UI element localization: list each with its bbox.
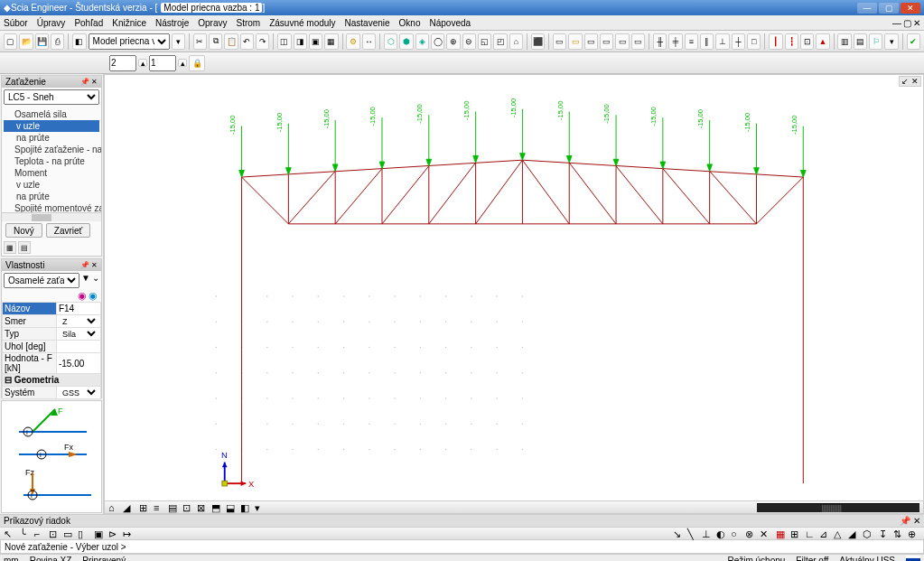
model-select[interactable]: Model priecna vazba: [89, 33, 170, 50]
tb-v1[interactable]: ◫: [277, 33, 291, 50]
tb-g3[interactable]: ◈: [415, 33, 429, 50]
pin-icon[interactable]: 📌 ✕: [80, 78, 98, 86]
tb-r2[interactable]: ┇: [785, 33, 798, 50]
filter-icon[interactable]: ▼: [81, 273, 90, 288]
menu-edit[interactable]: Úpravy: [37, 18, 66, 28]
tb-r3[interactable]: ⊡: [800, 33, 814, 50]
menu-help[interactable]: Nápoveda: [430, 18, 471, 28]
tb-zoom-all[interactable]: ⌂: [509, 33, 523, 50]
color-icon-1[interactable]: ◉: [78, 290, 87, 302]
bt-5[interactable]: ▤: [168, 502, 181, 513]
tb-r4[interactable]: ▲: [816, 33, 829, 50]
menu-file[interactable]: Súbor: [4, 18, 28, 28]
loadcase-select[interactable]: LC5 - Sneh: [4, 89, 99, 105]
tb-g2[interactable]: ⬢: [399, 33, 413, 50]
tb-n7[interactable]: □: [747, 33, 761, 50]
ct-s4[interactable]: ◐: [716, 528, 729, 539]
prop-val[interactable]: Sila: [56, 328, 100, 341]
bt-7[interactable]: ⊠: [197, 502, 210, 513]
tb-undo[interactable]: ↶: [240, 33, 254, 50]
ct-s3[interactable]: ⊥: [702, 528, 714, 539]
close-panel-button[interactable]: Zavrieť: [46, 223, 91, 238]
load-tree[interactable]: Osamelá sila v uzle na prúte Spojité zať…: [2, 107, 101, 212]
tb-r1[interactable]: ┃: [769, 33, 782, 50]
tb-v3[interactable]: ▣: [309, 33, 322, 50]
ct-cursor[interactable]: ↖: [4, 528, 16, 539]
ct-2[interactable]: ⌐: [34, 528, 47, 539]
spin1[interactable]: [109, 55, 136, 71]
tree-node[interactable]: v uzle: [4, 179, 99, 191]
tb-zoom-fit[interactable]: ◱: [478, 33, 491, 50]
ct-s7[interactable]: ✕: [760, 528, 772, 539]
props-type-select[interactable]: Osamelé zaťaženie v uzle: [4, 273, 79, 288]
viewport-close-icon[interactable]: ↙ ✕: [899, 76, 921, 87]
minimize-button[interactable]: —: [857, 3, 877, 14]
mdi-min-button[interactable]: —: [892, 18, 901, 28]
bt-2[interactable]: ◢: [123, 502, 135, 513]
prop-val[interactable]: -15.00: [56, 353, 100, 374]
tb-redo[interactable]: ↷: [256, 33, 269, 50]
tb-n4[interactable]: ∥: [700, 33, 714, 50]
bt-6[interactable]: ⊡: [182, 502, 195, 513]
viewport[interactable]: ↙ ✕: [105, 75, 923, 500]
prop-val[interactable]: GSS: [56, 387, 100, 399]
color-icon-2[interactable]: ◉: [89, 290, 98, 302]
ct-7[interactable]: ⊳: [108, 528, 121, 539]
menu-tree[interactable]: Strom: [237, 18, 261, 28]
tb-dropdown[interactable]: ▾: [172, 33, 185, 50]
tree-node[interactable]: Osamelá sila: [4, 108, 99, 120]
cmd-pin-icon[interactable]: 📌 ✕: [900, 516, 920, 526]
icon-row-1[interactable]: ▦: [4, 241, 16, 254]
bt-3[interactable]: ⊞: [139, 502, 152, 513]
ct-6[interactable]: ▣: [94, 528, 107, 539]
h-scrollbar[interactable]: [757, 503, 919, 512]
menu-plugins[interactable]: Zásuvné moduly: [269, 18, 335, 28]
tb-zoom-in[interactable]: ⊕: [446, 33, 460, 50]
tree-node[interactable]: na prúte: [4, 132, 99, 144]
ct-g3[interactable]: ∟: [805, 528, 817, 539]
ct-3[interactable]: ⊡: [49, 528, 61, 539]
tb-calc[interactable]: ⚙: [346, 33, 359, 50]
tb-n5[interactable]: ⊥: [715, 33, 729, 50]
new-button[interactable]: Nový: [5, 223, 42, 238]
ct-s1[interactable]: ↘: [673, 528, 686, 539]
ct-4[interactable]: ▭: [63, 528, 76, 539]
tb-zoom-win[interactable]: ◰: [493, 33, 507, 50]
menu-repair[interactable]: Opravy: [198, 18, 227, 28]
bt-9[interactable]: ⬓: [226, 502, 238, 513]
tb-btn-5[interactable]: ◧: [72, 33, 86, 50]
menu-tools[interactable]: Nástroje: [155, 18, 189, 28]
save-button[interactable]: 💾: [35, 33, 49, 50]
ct-g4[interactable]: ⊿: [819, 528, 832, 539]
tb-n3[interactable]: ≡: [685, 33, 698, 50]
tb-w2[interactable]: ▭: [568, 33, 582, 50]
bt-8[interactable]: ⬒: [211, 502, 224, 513]
tb-n1[interactable]: ╫: [653, 33, 667, 50]
tb-o3[interactable]: ⚐: [869, 33, 882, 50]
ct-c2[interactable]: ⇅: [893, 528, 906, 539]
maximize-button[interactable]: ▢: [879, 3, 899, 14]
tb-g4[interactable]: ◯: [431, 33, 444, 50]
ct-g1[interactable]: ▦: [776, 528, 789, 539]
command-line[interactable]: Nové zaťaženie - Výber uzol >: [0, 539, 924, 554]
menu-settings[interactable]: Nastavenie: [345, 18, 390, 28]
close-button[interactable]: ✕: [901, 3, 920, 14]
ct-g6[interactable]: ◢: [848, 528, 861, 539]
bt-10[interactable]: ◧: [240, 502, 253, 513]
tb-w6[interactable]: ▭: [631, 33, 645, 50]
tb-g1[interactable]: ⬡: [384, 33, 397, 50]
tb-cut[interactable]: ✂: [193, 33, 207, 50]
ct-1[interactable]: ╰: [20, 528, 33, 539]
tb-w1[interactable]: ▭: [553, 33, 566, 50]
tb-n2[interactable]: ╪: [668, 33, 682, 50]
mdi-max-button[interactable]: ▢: [903, 18, 911, 28]
print-button[interactable]: ⎙: [51, 33, 64, 50]
tb-w4[interactable]: ▭: [600, 33, 613, 50]
tb-check[interactable]: ✔: [907, 33, 920, 50]
tb-w3[interactable]: ▭: [584, 33, 598, 50]
tb-zoom-out[interactable]: ⊖: [462, 33, 476, 50]
tb-o4[interactable]: ▾: [884, 33, 898, 50]
tree-node[interactable]: Spojité zaťaženie - na prúte: [4, 144, 99, 155]
spin2-up[interactable]: ▴: [178, 59, 187, 67]
tb-paste[interactable]: 📋: [224, 33, 238, 50]
